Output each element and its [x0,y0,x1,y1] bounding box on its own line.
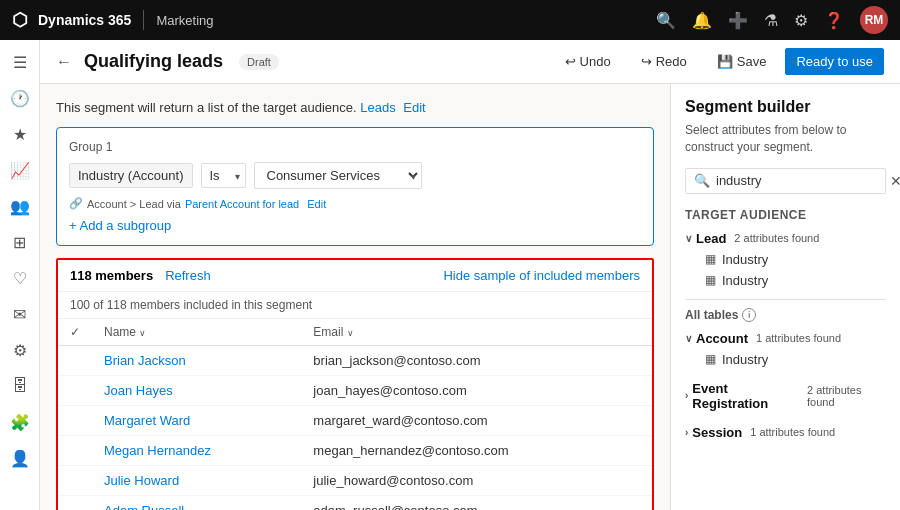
settings-icon[interactable]: ⚙ [794,11,808,30]
brand-logo: ⬡ Dynamics 365 [12,9,131,31]
segment-edit-link[interactable]: Edit [403,100,425,115]
row-check-cell [58,406,92,436]
lead-industry-item-1[interactable]: ▦ Industry [701,249,886,270]
back-button[interactable]: ← [56,53,72,71]
help-icon[interactable]: ❓ [824,11,844,30]
tree-group-session: › Session 1 attributes found [685,422,886,443]
account-industry-item[interactable]: ▦ Industry [701,349,886,370]
lead-industry-item-2[interactable]: ▦ Industry [701,270,886,291]
event-reg-group-header[interactable]: › Event Registration 2 attributes found [685,378,886,414]
account-group-header[interactable]: ∨ Account 1 attributes found [685,328,886,349]
sidebar-settings-icon[interactable]: ⚙ [4,334,36,366]
row-email-cell: margaret_ward@contoso.com [301,406,652,436]
add-subgroup-label: + Add a subgroup [69,218,171,233]
sidebar-heart-icon[interactable]: ♡ [4,262,36,294]
filter-path-edit[interactable]: Edit [307,198,326,210]
search-icon[interactable]: 🔍 [656,11,676,30]
filter-icon[interactable]: ⚗ [764,11,778,30]
bell-icon[interactable]: 🔔 [692,11,712,30]
ready-to-use-button[interactable]: Ready to use [785,48,884,75]
row-check-cell [58,436,92,466]
email-sort-icon: ∨ [347,328,354,338]
row-name-cell[interactable]: Brian Jackson [92,346,301,376]
session-chevron-icon: › [685,427,688,438]
table-icon-1: ▦ [705,252,716,266]
row-email-cell: megan_hernandez@contoso.com [301,436,652,466]
segment-leads-link[interactable]: Leads [360,100,395,115]
table-icon-2: ▦ [705,273,716,287]
save-button[interactable]: 💾 Save [706,48,778,75]
name-sort-icon: ∨ [139,328,146,338]
search-input[interactable] [716,173,884,188]
session-group-header[interactable]: › Session 1 attributes found [685,422,886,443]
members-subheader: 100 of 118 members included in this segm… [58,292,652,319]
table-email-header[interactable]: Email ∨ [301,319,652,346]
hide-members-button[interactable]: Hide sample of included members [443,268,640,283]
add-subgroup-button[interactable]: + Add a subgroup [69,218,641,233]
row-check-cell [58,346,92,376]
group-box: Group 1 Industry (Account) Is Consumer S… [56,127,654,246]
all-tables-label: All tables i [685,308,886,322]
row-name-cell[interactable]: Megan Hernandez [92,436,301,466]
tree-group-lead: ∨ Lead 2 attributes found ▦ Industry ▦ I… [685,228,886,291]
members-count: 118 members [70,268,153,283]
sidebar-people-icon[interactable]: 👥 [4,190,36,222]
segment-description: This segment will return a list of the t… [56,100,654,115]
save-icon: 💾 [717,54,733,69]
sidebar-grid-icon[interactable]: ⊞ [4,226,36,258]
segment-desc-text: This segment will return a list of the t… [56,100,357,115]
sidebar-chart-icon[interactable]: 📈 [4,154,36,186]
filter-path: 🔗 Account > Lead via Parent Account for … [69,197,641,210]
plus-icon[interactable]: ➕ [728,11,748,30]
undo-icon: ↩ [565,54,576,69]
refresh-button[interactable]: Refresh [165,268,211,283]
row-email-cell: brian_jackson@contoso.com [301,346,652,376]
row-name-cell[interactable]: Joan Hayes [92,376,301,406]
sidebar-star-icon[interactable]: ★ [4,118,36,150]
table-row: Adam Russell adam_russell@contoso.com [58,496,652,511]
redo-button[interactable]: ↪ Redo [630,48,698,75]
table-check-header: ✓ [58,319,92,346]
link-icon: 🔗 [69,197,83,210]
info-icon[interactable]: i [742,308,756,322]
session-count: 1 attributes found [750,426,835,438]
redo-icon: ↪ [641,54,652,69]
clear-search-icon[interactable]: ✕ [890,173,900,189]
table-name-header[interactable]: Name ∨ [92,319,301,346]
filter-field-label: Industry (Account) [69,163,193,188]
account-group-label: Account [696,331,748,346]
filter-value-select[interactable]: Consumer Services [254,162,422,189]
sidebar-user-settings-icon[interactable]: 👤 [4,442,36,474]
ready-label: Ready to use [796,54,873,69]
row-check-cell [58,466,92,496]
save-label: Save [737,54,767,69]
filter-operator-select[interactable]: Is [201,163,246,188]
tree-group-account: ∨ Account 1 attributes found ▦ Industry [685,328,886,370]
account-table-icon: ▦ [705,352,716,366]
sidebar-envelope-icon[interactable]: ✉ [4,298,36,330]
event-reg-count: 2 attributes found [807,384,886,408]
search-icon: 🔍 [694,173,710,188]
row-name-cell[interactable]: Julie Howard [92,466,301,496]
check-icon: ✓ [70,325,80,339]
table-row: Margaret Ward margaret_ward@contoso.com [58,406,652,436]
undo-button[interactable]: ↩ Undo [554,48,622,75]
sidebar-database-icon[interactable]: 🗄 [4,370,36,402]
sidebar-clock-icon[interactable]: 🕐 [4,82,36,114]
members-table: ✓ Name ∨ Email ∨ [58,319,652,510]
redo-label: Redo [656,54,687,69]
lead-group-header[interactable]: ∨ Lead 2 attributes found [685,228,886,249]
lead-industry-label-1: Industry [722,252,768,267]
row-name-cell[interactable]: Adam Russell [92,496,301,511]
filter-path-link[interactable]: Parent Account for lead [185,198,299,210]
sidebar-hamburger-icon[interactable]: ☰ [4,46,36,78]
tree-group-event-reg: › Event Registration 2 attributes found [685,378,886,414]
command-bar: ← Qualifying leads Draft ↩ Undo ↪ Redo 💾… [40,40,900,84]
avatar[interactable]: RM [860,6,888,34]
sidebar-puzzle-icon[interactable]: 🧩 [4,406,36,438]
filter-operator-wrap: Is [201,163,246,188]
group-label: Group 1 [69,140,641,154]
row-name-cell[interactable]: Margaret Ward [92,406,301,436]
undo-label: Undo [580,54,611,69]
row-email-cell: adam_russell@contoso.com [301,496,652,511]
